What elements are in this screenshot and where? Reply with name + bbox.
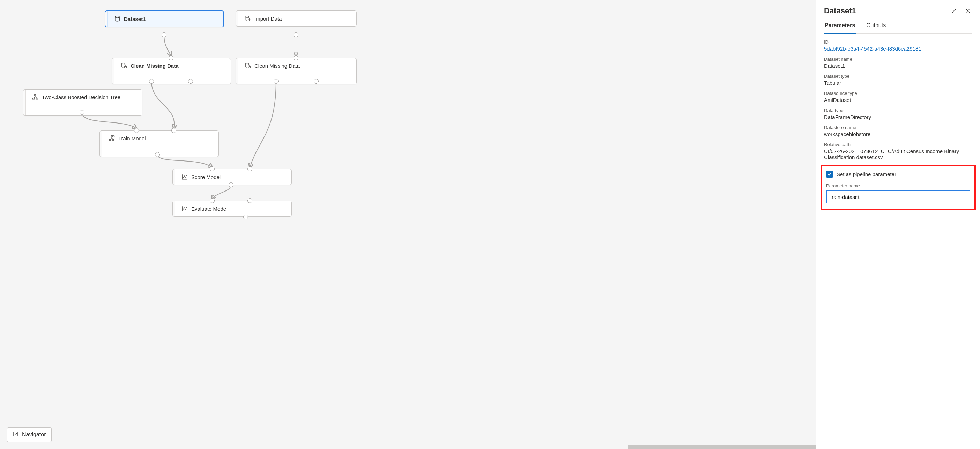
port-out[interactable] — [314, 79, 319, 84]
expand-button[interactable] — [949, 6, 958, 15]
prop-key: Datasource type — [824, 91, 972, 96]
svg-rect-10 — [109, 139, 111, 140]
prop-key: Dataset type — [824, 74, 972, 79]
node-handle[interactable] — [173, 169, 175, 184]
navigator-button[interactable]: Navigator — [7, 427, 52, 442]
parameter-name-label: Parameter name — [826, 183, 970, 189]
port-out[interactable] — [229, 182, 234, 187]
prop-data-type: Data type DataFrameDirectory — [824, 108, 972, 120]
svg-rect-11 — [113, 139, 115, 140]
node-label: Dataset1 — [124, 16, 146, 22]
node-handle[interactable] — [173, 201, 175, 216]
prop-value: workspaceblobstore — [824, 131, 972, 137]
open-icon — [13, 431, 19, 438]
pipeline-canvas[interactable]: Dataset1 Import Data — [0, 0, 816, 449]
prop-id: ID 5dabf92b-e3a4-4542-a43e-f83d6ea29181 — [824, 40, 972, 52]
prop-key: Data type — [824, 108, 972, 113]
node-label: Train Model — [118, 135, 146, 141]
set-pipeline-param-checkbox[interactable] — [826, 171, 833, 178]
svg-point-19 — [186, 209, 186, 210]
port-in[interactable] — [294, 56, 298, 60]
svg-point-13 — [183, 177, 184, 177]
svg-point-1 — [245, 16, 249, 18]
svg-point-20 — [186, 207, 187, 208]
node-handle[interactable] — [100, 131, 102, 157]
svg-point-15 — [186, 178, 186, 178]
details-panel: Dataset1 Parameters Outputs ID 5dabf92b-… — [816, 0, 980, 449]
panel-tabs: Parameters Outputs — [824, 22, 972, 34]
chart-icon — [181, 205, 188, 212]
close-button[interactable] — [963, 6, 972, 15]
port-out[interactable] — [274, 79, 278, 84]
set-pipeline-param-label: Set as pipeline parameter — [837, 171, 896, 177]
node-handle[interactable] — [236, 58, 239, 84]
node-label: Score Model — [191, 174, 221, 180]
svg-point-18 — [184, 208, 185, 208]
port-in[interactable] — [247, 167, 252, 171]
node-import-data[interactable]: Import Data — [235, 11, 357, 27]
horizontal-scrollbar[interactable] — [627, 445, 816, 449]
prop-value: DataFrameDirectory — [824, 114, 972, 120]
tab-parameters[interactable]: Parameters — [824, 22, 856, 34]
prop-datastore-name: Datastore name workspaceblobstore — [824, 125, 972, 137]
port-out[interactable] — [149, 79, 154, 84]
prop-dataset-name: Dataset name Dataset1 — [824, 57, 972, 69]
node-handle[interactable] — [236, 11, 239, 26]
port-out[interactable] — [155, 152, 160, 157]
svg-rect-8 — [36, 98, 38, 99]
port-in[interactable] — [247, 198, 252, 203]
node-label: Import Data — [255, 16, 282, 22]
prop-key: Dataset name — [824, 57, 972, 62]
prop-value: Dataset1 — [824, 63, 972, 69]
property-list: ID 5dabf92b-e3a4-4542-a43e-f83d6ea29181 … — [824, 40, 972, 160]
clean-icon — [245, 62, 251, 69]
port-out[interactable] — [162, 32, 167, 37]
node-dataset1[interactable]: Dataset1 — [105, 11, 224, 27]
port-out[interactable] — [80, 110, 84, 115]
node-evaluate-model[interactable]: Evaluate Model — [172, 201, 292, 217]
port-in[interactable] — [171, 128, 176, 133]
port-in[interactable] — [210, 198, 215, 203]
navigator-label: Navigator — [22, 432, 46, 438]
node-label: Two-Class Boosted Decision Tree — [42, 94, 120, 100]
chart-icon — [181, 174, 188, 180]
svg-rect-9 — [111, 136, 113, 137]
prop-dataset-type: Dataset type Tabular — [824, 74, 972, 86]
svg-rect-6 — [35, 95, 36, 95]
node-handle[interactable] — [105, 11, 108, 27]
svg-point-0 — [115, 16, 119, 18]
svg-point-12 — [113, 135, 115, 137]
port-in[interactable] — [210, 167, 215, 171]
node-label: Clean Missing Data — [130, 63, 179, 69]
prop-value: UI/02-26-2021_073612_UTC/Adult Census In… — [824, 148, 972, 160]
panel-title: Dataset1 — [824, 6, 944, 15]
dataset-icon — [114, 16, 120, 22]
port-out[interactable] — [243, 214, 248, 219]
svg-rect-7 — [33, 98, 35, 99]
clean-icon — [121, 62, 127, 69]
port-out[interactable] — [294, 32, 298, 37]
prop-key: ID — [824, 40, 972, 44]
node-handle[interactable] — [112, 58, 115, 84]
port-out[interactable] — [188, 79, 193, 84]
pipeline-parameter-section: Set as pipeline parameter Parameter name — [821, 165, 976, 210]
prop-value: Tabular — [824, 80, 972, 86]
port-in[interactable] — [169, 56, 173, 60]
svg-point-2 — [121, 63, 125, 65]
port-in[interactable] — [134, 128, 139, 133]
prop-key: Relative path — [824, 142, 972, 147]
parameter-name-input[interactable] — [826, 190, 970, 203]
import-icon — [245, 15, 251, 22]
node-label: Evaluate Model — [191, 206, 227, 212]
node-clean-missing-right[interactable]: Clean Missing Data — [235, 58, 357, 84]
svg-point-14 — [184, 176, 185, 176]
tab-outputs[interactable]: Outputs — [865, 22, 886, 33]
svg-point-17 — [183, 209, 184, 209]
prop-value: AmlDataset — [824, 97, 972, 103]
prop-value-link[interactable]: 5dabf92b-e3a4-4542-a43e-f83d6ea29181 — [824, 46, 972, 52]
train-icon — [108, 135, 115, 141]
prop-key: Datastore name — [824, 125, 972, 130]
node-clean-missing-left[interactable]: Clean Missing Data — [112, 58, 231, 84]
prop-datasource-type: Datasource type AmlDataset — [824, 91, 972, 103]
node-handle[interactable] — [23, 90, 26, 116]
